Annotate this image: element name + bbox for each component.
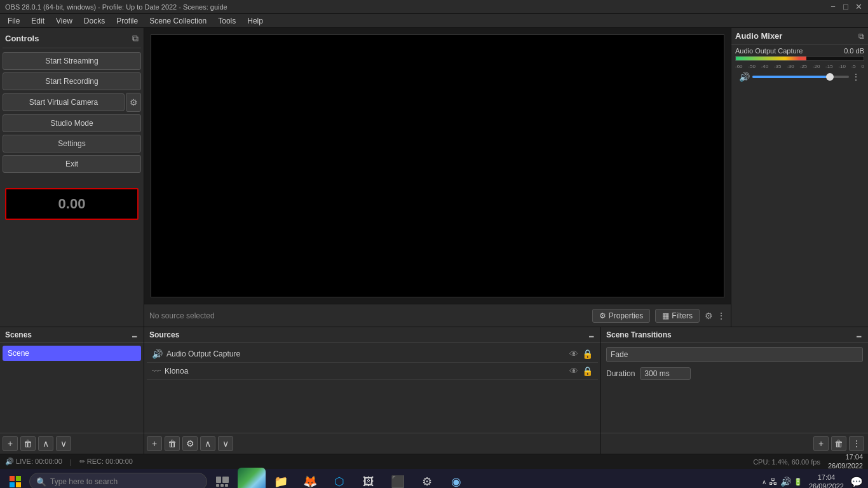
svg-rect-0 [10,476,15,481]
audio-mixer-maximize-icon[interactable]: ⧉ [858,32,864,41]
status-clock-date: 26/09/2022 [828,462,863,470]
taskbar-right: ∧ 🖧 🔊 🔋 17:04 26/09/2022 💬 [762,470,865,488]
taskbar-date: 26/09/2022 [809,482,844,488]
sources-settings-button[interactable]: ⚙ [182,436,198,451]
volume-fill [752,76,830,78]
preview-extra-icon[interactable]: ⚙ [705,311,713,321]
status-rec: ✏ REC: 00:00:00 [79,458,133,466]
duration-label: Duration [606,369,635,378]
studio-mode-button[interactable]: Studio Mode [3,114,141,132]
sources-move-up-button[interactable]: ∧ [200,436,215,451]
volume-taskbar-icon[interactable]: 🔊 [780,477,791,487]
transition-type-select[interactable]: Fade Cut Swipe Slide [606,347,863,362]
taskbar-clock[interactable]: 17:04 26/09/2022 [806,473,846,488]
preview-bottom-bar: No source selected ⚙ Properties ▦ Filter… [144,304,731,327]
close-button[interactable]: ✕ [854,3,863,11]
source-audio-label: Audio Output Capture [166,349,566,358]
transitions-title: Scene Transitions [606,330,672,339]
klonoa-source-icon: 〰 [152,366,161,376]
minimize-button[interactable]: − [829,3,837,11]
menu-scene-collection[interactable]: Scene Collection [144,15,212,27]
preview-area: No source selected ⚙ Properties ▦ Filter… [144,28,731,327]
source-audio-visibility-icon[interactable]: 👁 [569,349,578,359]
transitions-add-button[interactable]: + [813,436,829,451]
properties-label: Properties [609,311,644,320]
taskbar-app-task-view[interactable] [208,470,236,488]
source-klonoa-label: Klonoa [165,367,566,376]
scenes-move-up-button[interactable]: ∧ [38,436,53,451]
show-hidden-icons-button[interactable]: ∧ [762,478,766,485]
status-live: 🔊 LIVE: 00:00:00 [5,458,62,466]
audio-more-icon[interactable]: ⋮ [851,72,860,82]
scenes-delete-button[interactable]: 🗑 [20,436,36,451]
main-content: Controls ⧉ Start Streaming Start Recordi… [0,28,868,469]
menu-tools[interactable]: Tools [213,15,241,27]
filters-label: Filters [672,311,693,320]
scenes-move-down-button[interactable]: ∨ [56,436,71,451]
taskbar-app-gallery[interactable]: 🖼 [355,470,383,488]
menu-docks[interactable]: Docks [79,15,110,27]
title-bar-controls: − □ ✕ [829,3,863,11]
scenes-list: Scene [0,343,144,433]
preview-menu-icon[interactable]: ⋮ [717,311,726,321]
taskbar-app-explorer[interactable]: 📁 [267,470,295,488]
taskbar-app-cmd[interactable]: ⬛ [384,470,412,488]
start-streaming-button[interactable]: Start Streaming [3,52,141,70]
source-audio-lock-icon[interactable]: 🔒 [582,349,593,359]
taskbar-app-firefox[interactable]: 🦊 [296,470,324,488]
sources-collapse-icon[interactable]: 🗕 [588,330,595,339]
audio-controls-row: 🔊 ⋮ [735,72,864,82]
start-recording-button[interactable]: Start Recording [3,72,141,90]
volume-slider[interactable] [752,76,849,78]
network-icon[interactable]: 🖧 [769,477,778,487]
sources-add-button[interactable]: + [147,436,162,451]
sources-delete-button[interactable]: 🗑 [165,436,180,451]
status-bar: 🔊 LIVE: 00:00:00 | ✏ REC: 00:00:00 CPU: … [0,454,868,469]
duration-input[interactable] [640,367,691,380]
source-klonoa-lock-icon[interactable]: 🔒 [582,366,593,376]
sources-panel: Sources 🗕 🔊 Audio Output Capture 👁 🔒 〰 K… [144,327,601,454]
start-virtual-camera-button[interactable]: Start Virtual Camera [3,93,125,111]
status-time: 17:04 26/09/2022 [828,453,863,470]
scenes-add-button[interactable]: + [3,436,18,451]
taskbar-app-disk[interactable]: ⚙ [413,470,441,488]
audio-volume-icon[interactable]: 🔊 [739,72,750,82]
settings-button[interactable]: Settings [3,135,141,152]
sources-move-down-button[interactable]: ∨ [218,436,233,451]
transitions-collapse-icon[interactable]: 🗕 [855,330,863,339]
properties-button[interactable]: ⚙ Properties [592,309,651,323]
start-button[interactable] [3,469,28,488]
battery-icon[interactable]: 🔋 [794,478,803,486]
search-bar[interactable]: 🔍 Type here to search [29,473,207,488]
source-item-audio[interactable]: 🔊 Audio Output Capture 👁 🔒 [147,346,598,363]
taskbar-app-colorpicker[interactable]: ◉ [442,470,470,488]
taskbar-notification-button[interactable]: 💬 [850,470,863,488]
svg-rect-5 [222,477,229,483]
menu-view[interactable]: View [51,15,78,27]
taskbar-app-steam[interactable]: ⬡ [325,470,353,488]
bottom-area: Scenes 🗕 Scene + 🗑 ∧ ∨ Sources 🗕 🔊 [0,327,868,454]
controls-float-icon[interactable]: ⧉ [132,33,139,44]
transitions-delete-button[interactable]: 🗑 [831,436,846,451]
transitions-more-button[interactable]: ⋮ [849,436,864,451]
filters-button[interactable]: ▦ Filters [655,309,700,323]
audio-mixer-panel: Audio Mixer ⧉ Audio Output Capture 0.0 d… [731,28,868,327]
menu-file[interactable]: File [3,15,25,27]
source-item-klonoa[interactable]: 〰 Klonoa 👁 🔒 [147,363,598,380]
scene-item[interactable]: Scene [3,346,141,361]
maximize-button[interactable]: □ [841,3,850,11]
gear-icon: ⚙ [599,311,606,320]
source-audio-actions: 👁 🔒 [569,349,593,359]
menu-help[interactable]: Help [242,15,268,27]
source-klonoa-visibility-icon[interactable]: 👁 [569,366,578,376]
audio-mixer-title: Audio Mixer [735,31,782,41]
menu-profile[interactable]: Profile [111,15,143,27]
virtual-camera-settings-icon[interactable]: ⚙ [126,93,141,112]
scenes-collapse-icon[interactable]: 🗕 [131,330,139,339]
svg-rect-2 [10,482,15,487]
menu-edit[interactable]: Edit [26,15,50,27]
exit-button[interactable]: Exit [3,155,141,173]
sources-footer: + 🗑 ⚙ ∧ ∨ [144,433,600,454]
audio-meter-scale: -60 -50 -40 -35 -30 -25 -20 -15 -10 -5 0 [735,64,864,69]
taskbar-app-landscape[interactable] [238,470,266,488]
